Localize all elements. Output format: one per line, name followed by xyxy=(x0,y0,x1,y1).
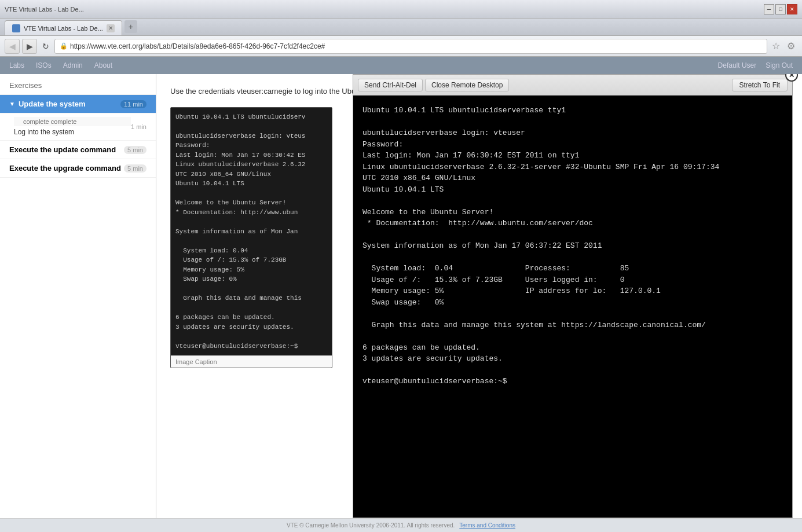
exercises-panel: Exercises ▼ Update the system 11 min com… xyxy=(0,74,156,518)
remote-toolbar: Send Ctrl-Alt-Del Close Remote Desktop S… xyxy=(353,75,792,96)
page-area: Labs ISOs Admin About Default User Sign … xyxy=(0,57,802,532)
bookmark-button[interactable]: ☆ xyxy=(770,40,782,53)
nav-right: Default User Sign Out xyxy=(718,61,793,69)
window-close-button[interactable]: ✕ xyxy=(787,4,797,14)
refresh-button[interactable]: ↻ xyxy=(39,40,52,53)
url-text: https://www.vte.cert.org/labs/Lab/Detail… xyxy=(70,42,325,50)
term-line-3: ubuntulucidserverbase login: vteuser xyxy=(362,129,525,137)
exercise-item-update-cmd[interactable]: Execute the update command 5 min xyxy=(0,141,156,159)
image-caption: Image Caption xyxy=(171,355,332,368)
term-line-10: Welcome to the Ubuntu Server! xyxy=(362,208,493,217)
nav-sign-out[interactable]: Sign Out xyxy=(766,61,793,69)
sub-item-title: Log into the system xyxy=(14,128,74,136)
preview-line-22: 6 packages can be updated. xyxy=(175,314,275,321)
term-line-22: 6 packages can be updated. xyxy=(362,343,480,352)
tab-label: VTE Virtual Labs - Lab De... xyxy=(24,25,103,32)
footer-terms-link[interactable]: Terms and Conditions xyxy=(459,522,515,529)
preview-line-25: vteuser@ubuntulucidserverbase:~$ xyxy=(175,343,298,350)
preview-line-8: Ubuntu 10.04.1 LTS xyxy=(175,180,244,187)
preview-line-15: System load: 0.04 xyxy=(175,247,248,254)
title-bar: VTE Virtual Labs - Lab De... ─ □ ✕ xyxy=(0,0,802,19)
preview-line-17: Memory usage: 5% xyxy=(175,266,244,273)
nav-default-user[interactable]: Default User xyxy=(718,61,757,69)
nav-bar: ◀ ▶ ↻ 🔒 https://www.vte.cert.org/labs/La… xyxy=(0,36,802,57)
term-line-5: Last login: Mon Jan 17 06:30:42 EST 2011… xyxy=(362,151,579,160)
close-remote-desktop-button[interactable]: Close Remote Desktop xyxy=(425,79,509,91)
exercise-item-upgrade-cmd[interactable]: Execute the upgrade command 5 min xyxy=(0,159,156,178)
site-nav: Labs ISOs Admin About Default User Sign … xyxy=(0,57,802,74)
terminal-preview: Ubuntu 10.04.1 LTS ubuntulucidserv ubunt… xyxy=(170,107,332,369)
new-tab-button[interactable]: + xyxy=(124,20,137,33)
preview-line-6: Linux ubuntulucidserverbase 2.6.32 xyxy=(175,161,305,168)
terminal-content: Ubuntu 10.04.1 LTS ubuntulucidserverbase… xyxy=(353,96,792,518)
term-line-17: Memory usage: 5% IP address for lo: 127.… xyxy=(362,287,661,295)
tab-close-button[interactable]: ✕ xyxy=(107,24,115,32)
window-controls: ─ □ ✕ xyxy=(764,4,797,14)
remote-desktop-panel: ✕ Send Ctrl-Alt-Del Close Remote Desktop… xyxy=(353,74,793,518)
preview-line-18: Swap usage: 0% xyxy=(175,276,237,282)
term-line-13: System information as of Mon Jan 17 06:3… xyxy=(362,241,602,250)
arrow-icon: ▼ xyxy=(9,101,15,107)
complete-badge: complete complete xyxy=(14,117,131,126)
exercise-duration-upgrade-cmd: 5 min xyxy=(124,164,147,173)
preview-line-1: Ubuntu 10.04.1 LTS ubuntulucidserv xyxy=(175,113,305,120)
active-tab[interactable]: VTE Virtual Labs - Lab De... ✕ xyxy=(5,20,122,35)
preview-line-16: Usage of /: 15.3% of 7.23GB xyxy=(175,256,286,263)
term-line-15: System load: 0.04 Processes: 85 xyxy=(362,264,629,273)
minimize-button[interactable]: ─ xyxy=(764,4,774,14)
back-button[interactable]: ◀ xyxy=(5,39,20,54)
term-line-11: * Documentation: http://www.ubuntu.com/s… xyxy=(362,219,593,228)
term-line-25: vteuser@ubuntulucidserverbase:~$ xyxy=(362,377,507,386)
exercise-item-update-system[interactable]: ▼ Update the system 11 min xyxy=(0,95,156,113)
term-line-18: Swap usage: 0% xyxy=(362,298,444,307)
terminal-preview-content: Ubuntu 10.04.1 LTS ubuntulucidserv ubunt… xyxy=(171,108,332,356)
term-line-16: Usage of /: 15.3% of 7.23GB Users logged… xyxy=(362,276,624,284)
send-ctrl-alt-del-button[interactable]: Send Ctrl-Alt-Del xyxy=(358,79,423,91)
maximize-button[interactable]: □ xyxy=(775,4,786,14)
preview-line-5: Last login: Mon Jan 17 06:30:42 ES xyxy=(175,152,305,159)
main-content: Exercises ▼ Update the system 11 min com… xyxy=(0,74,802,518)
term-line-8: Ubuntu 10.04.1 LTS xyxy=(362,185,444,194)
nav-admin[interactable]: Admin xyxy=(63,61,83,69)
tab-favicon xyxy=(12,24,20,32)
term-line-23: 3 updates are security updates. xyxy=(362,354,503,363)
preview-line-13: System information as of Mon Jan xyxy=(175,228,298,235)
stretch-to-fit-button[interactable]: Stretch To Fit xyxy=(732,79,788,91)
lock-icon: 🔒 xyxy=(60,42,68,50)
exercise-duration-update-cmd: 5 min xyxy=(124,146,147,154)
term-line-6: Linux ubuntulucidserverbase 2.6.32-21-se… xyxy=(362,163,719,171)
preview-line-3: ubuntulucidserverbase login: vteus xyxy=(175,133,305,140)
browser-window: VTE Virtual Labs - Lab De... ─ □ ✕ VTE V… xyxy=(0,0,802,532)
url-bar[interactable]: 🔒 https://www.vte.cert.org/labs/Lab/Deta… xyxy=(54,39,767,54)
term-line-1: Ubuntu 10.04.1 LTS ubuntulucidserverbase… xyxy=(362,106,566,115)
forward-button[interactable]: ▶ xyxy=(22,39,37,54)
preview-line-23: 3 updates are security updates. xyxy=(175,324,294,331)
footer-copyright: VTE © Carnegie Mellon University 2006-20… xyxy=(287,522,455,529)
window-title: VTE Virtual Labs - Lab De... xyxy=(5,6,84,13)
nav-about[interactable]: About xyxy=(94,61,112,69)
site-footer: VTE © Carnegie Mellon University 2006-20… xyxy=(0,518,802,532)
exercise-title-update: Update the system xyxy=(19,100,120,108)
preview-line-4: Password: xyxy=(175,142,210,149)
preview-line-10: Welcome to the Ubuntu Server! xyxy=(175,199,286,206)
exercise-duration-update: 11 min xyxy=(120,100,147,108)
term-line-7: UTC 2010 x86_64 GNU/Linux xyxy=(362,174,475,182)
sub-item-login[interactable]: complete complete Log into the system 1 … xyxy=(0,113,156,141)
term-line-20: Graph this data and manage this system a… xyxy=(362,321,706,329)
exercise-title-upgrade-cmd: Execute the upgrade command xyxy=(9,164,124,173)
preview-line-20: Graph this data and manage this xyxy=(175,295,302,302)
nav-isos[interactable]: ISOs xyxy=(36,61,52,69)
tab-bar: VTE Virtual Labs - Lab De... ✕ + xyxy=(0,19,802,36)
exercises-title: Exercises xyxy=(0,74,156,95)
sub-item-duration: 1 min xyxy=(131,123,147,130)
nav-labs[interactable]: Labs xyxy=(9,61,24,69)
exercise-title-update-cmd: Execute the update command xyxy=(9,145,124,154)
settings-button[interactable]: ⚙ xyxy=(785,40,797,53)
preview-line-7: UTC 2010 x86_64 GNU/Linux xyxy=(175,171,271,178)
preview-line-11: * Documentation: http://www.ubun xyxy=(175,209,298,216)
term-line-4: Password: xyxy=(362,140,403,149)
